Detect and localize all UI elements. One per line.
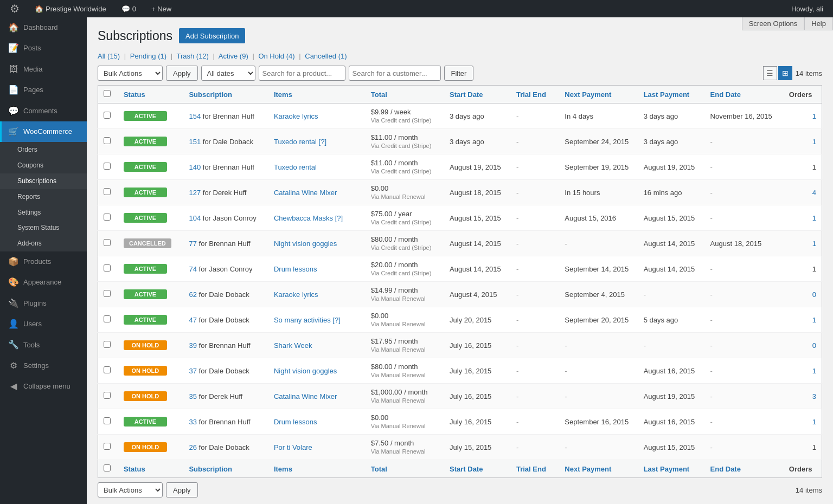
bulk-actions-select-top[interactable]: Bulk Actions — [98, 66, 163, 81]
subscription-link[interactable]: 39 — [189, 341, 196, 350]
tab-cancelled[interactable]: Cancelled (1) — [305, 52, 347, 60]
sidebar-item-users[interactable]: 👤 Users — [0, 314, 87, 334]
col-header-last-payment[interactable]: Last Payment — [638, 86, 705, 104]
site-name-link[interactable]: 🏠 Prestige Worldwide — [30, 5, 111, 13]
new-link[interactable]: + New — [147, 5, 176, 13]
grid-view-icon[interactable]: ⊞ — [778, 66, 792, 80]
sidebar-item-tools[interactable]: 🔧 Tools — [0, 334, 87, 355]
item-link[interactable]: Drum lessons — [274, 418, 317, 426]
help-button[interactable]: Help — [804, 17, 833, 30]
row-checkbox[interactable] — [104, 290, 111, 297]
col-footer-end-date[interactable]: End Date — [705, 460, 784, 478]
tab-on-hold[interactable]: On Hold (4) — [258, 52, 294, 60]
orders-link[interactable]: 3 — [812, 392, 816, 400]
customer-search-input[interactable] — [349, 66, 441, 81]
col-header-end-date[interactable]: End Date — [705, 86, 784, 104]
col-header-start-date[interactable]: Start Date — [444, 86, 511, 104]
subscription-link[interactable]: 62 — [189, 290, 196, 299]
filter-button[interactable]: Filter — [444, 66, 474, 81]
row-checkbox[interactable] — [104, 264, 111, 272]
sidebar-item-pages[interactable]: 📄 Pages — [0, 80, 87, 100]
row-checkbox[interactable] — [104, 239, 111, 246]
subscription-link[interactable]: 104 — [189, 214, 201, 222]
list-view-icon[interactable]: ☰ — [763, 66, 777, 80]
col-footer-status[interactable]: Status — [118, 460, 184, 478]
item-link[interactable]: Shark Week — [274, 341, 312, 350]
subscription-link[interactable]: 154 — [189, 112, 201, 120]
orders-link[interactable]: 1 — [812, 316, 816, 324]
sidebar-item-orders[interactable]: Orders — [0, 142, 87, 158]
sidebar-item-comments[interactable]: 💬 Comments — [0, 101, 87, 121]
item-link[interactable]: Night vision goggles — [274, 240, 337, 248]
col-footer-next-payment[interactable]: Next Payment — [559, 460, 638, 478]
item-link[interactable]: Por ti Volare — [274, 443, 312, 451]
product-search-input[interactable] — [259, 66, 345, 81]
orders-link[interactable]: 0 — [812, 341, 816, 350]
sidebar-item-system-status[interactable]: System Status — [0, 220, 87, 236]
sidebar-item-appearance[interactable]: 🎨 Appearance — [0, 272, 87, 293]
sidebar-item-settings[interactable]: ⚙ Settings — [0, 356, 87, 376]
col-header-trial-end[interactable]: Trial End — [511, 86, 559, 104]
item-link[interactable]: Karaoke lyrics — [274, 290, 318, 299]
apply-button-top[interactable]: Apply — [166, 66, 198, 81]
item-link[interactable]: Catalina Wine Mixer — [274, 392, 337, 400]
apply-button-bottom[interactable]: Apply — [166, 482, 198, 497]
subscription-link[interactable]: 74 — [189, 265, 196, 273]
row-checkbox[interactable] — [104, 392, 111, 399]
orders-link[interactable]: 1 — [812, 418, 816, 426]
subscription-link[interactable]: 127 — [189, 189, 201, 197]
row-checkbox[interactable] — [104, 443, 111, 450]
sidebar-item-addons[interactable]: Add-ons — [0, 236, 87, 251]
row-checkbox[interactable] — [104, 188, 111, 195]
col-footer-subscription[interactable]: Subscription — [183, 460, 268, 478]
col-footer-start-date[interactable]: Start Date — [444, 460, 511, 478]
sidebar-item-settings-woo[interactable]: Settings — [0, 205, 87, 221]
col-header-next-payment[interactable]: Next Payment — [559, 86, 638, 104]
tab-active[interactable]: Active (9) — [219, 52, 248, 60]
item-link[interactable]: Catalina Wine Mixer — [274, 189, 337, 197]
subscription-link[interactable]: 140 — [189, 163, 201, 171]
col-footer-trial-end[interactable]: Trial End — [511, 460, 559, 478]
col-footer-last-payment[interactable]: Last Payment — [638, 460, 705, 478]
sidebar-item-subscriptions[interactable]: Subscriptions — [0, 173, 87, 189]
subscription-link[interactable]: 77 — [189, 240, 196, 248]
row-checkbox[interactable] — [104, 137, 111, 144]
col-header-status[interactable]: Status — [118, 86, 184, 104]
sidebar-item-dashboard[interactable]: 🏠 Dashboard — [0, 17, 87, 38]
subscription-link[interactable]: 37 — [189, 367, 196, 375]
col-header-subscription[interactable]: Subscription — [183, 86, 268, 104]
row-checkbox[interactable] — [104, 417, 111, 424]
comments-link[interactable]: 💬 0 — [117, 5, 140, 13]
sidebar-item-media[interactable]: 🖼 Media — [0, 59, 87, 80]
sidebar-item-coupons[interactable]: Coupons — [0, 158, 87, 173]
orders-link[interactable]: 1 — [812, 112, 816, 120]
date-filter-select[interactable]: All dates — [201, 66, 255, 81]
orders-link[interactable]: 1 — [812, 240, 816, 248]
subscription-link[interactable]: 47 — [189, 316, 196, 324]
subscription-link[interactable]: 26 — [189, 443, 196, 451]
tab-all[interactable]: All (15) — [98, 52, 120, 60]
subscription-link[interactable]: 151 — [189, 138, 201, 146]
col-footer-total[interactable]: Total — [366, 460, 444, 478]
sidebar-item-reports[interactable]: Reports — [0, 189, 87, 205]
tab-pending[interactable]: Pending (1) — [130, 52, 166, 60]
tab-trash[interactable]: Trash (12) — [176, 52, 208, 60]
row-checkbox[interactable] — [104, 214, 111, 221]
orders-link[interactable]: 4 — [812, 189, 816, 197]
orders-link[interactable]: 1 — [812, 367, 816, 375]
sidebar-item-woocommerce[interactable]: 🛒 WooCommerce — [0, 121, 87, 142]
sidebar-item-collapse[interactable]: ◀ Collapse menu — [0, 376, 87, 397]
row-checkbox[interactable] — [104, 366, 111, 373]
subscription-link[interactable]: 33 — [189, 418, 196, 426]
row-checkbox[interactable] — [104, 163, 111, 170]
orders-link[interactable]: 0 — [812, 290, 816, 299]
row-checkbox[interactable] — [104, 112, 111, 119]
item-link[interactable]: So many activities [?] — [274, 316, 341, 324]
wp-logo[interactable]: ⚙ — [5, 2, 24, 15]
orders-link[interactable]: 1 — [812, 214, 816, 222]
orders-link[interactable]: 1 — [812, 138, 816, 146]
sidebar-item-plugins[interactable]: 🔌 Plugins — [0, 293, 87, 314]
subscription-link[interactable]: 35 — [189, 392, 196, 400]
row-checkbox[interactable] — [104, 341, 111, 348]
bulk-actions-select-bottom[interactable]: Bulk Actions — [98, 482, 163, 497]
